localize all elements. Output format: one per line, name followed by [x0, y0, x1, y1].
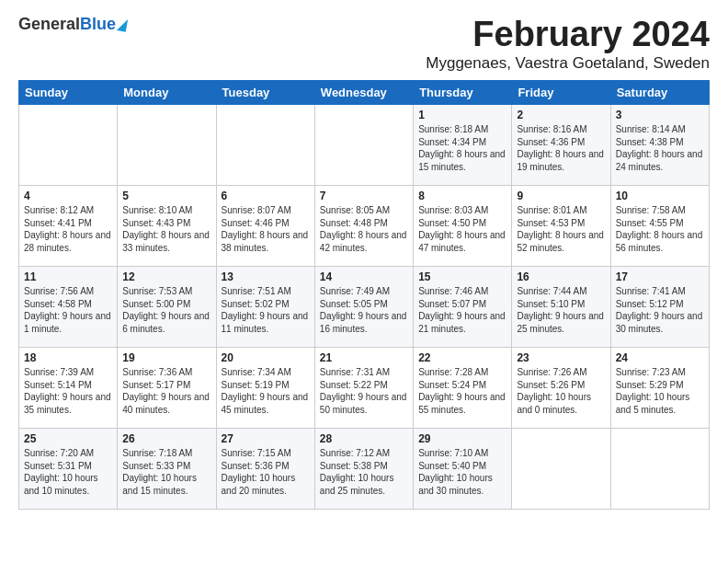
calendar-cell: 7Sunrise: 8:05 AM Sunset: 4:48 PM Daylig… [314, 186, 413, 267]
day-info: Sunrise: 7:39 AM Sunset: 5:14 PM Dayligh… [24, 366, 112, 416]
day-info: Sunrise: 8:05 AM Sunset: 4:48 PM Dayligh… [320, 204, 408, 254]
calendar-cell: 2Sunrise: 8:16 AM Sunset: 4:36 PM Daylig… [512, 105, 610, 186]
day-number: 6 [222, 190, 310, 202]
calendar-cell: 13Sunrise: 7:51 AM Sunset: 5:02 PM Dayli… [216, 267, 314, 348]
calendar-cell: 23Sunrise: 7:26 AM Sunset: 5:26 PM Dayli… [512, 348, 610, 429]
header-day-friday: Friday [512, 81, 610, 105]
week-row-5: 25Sunrise: 7:20 AM Sunset: 5:31 PM Dayli… [19, 429, 710, 510]
day-number: 15 [418, 270, 506, 283]
day-info: Sunrise: 7:20 AM Sunset: 5:31 PM Dayligh… [24, 447, 112, 497]
day-number: 25 [24, 432, 112, 445]
header-day-sunday: Sunday [19, 81, 118, 105]
day-info: Sunrise: 8:03 AM Sunset: 4:50 PM Dayligh… [418, 204, 506, 254]
calendar-cell: 27Sunrise: 7:15 AM Sunset: 5:36 PM Dayli… [216, 429, 314, 510]
calendar-cell: 5Sunrise: 8:10 AM Sunset: 4:43 PM Daylig… [118, 186, 216, 267]
calendar-cell: 22Sunrise: 7:28 AM Sunset: 5:24 PM Dayli… [414, 348, 512, 429]
calendar-cell: 12Sunrise: 7:53 AM Sunset: 5:00 PM Dayli… [118, 267, 216, 348]
logo: GeneralBlue [18, 15, 127, 34]
day-number: 26 [122, 432, 210, 445]
day-info: Sunrise: 7:10 AM Sunset: 5:40 PM Dayligh… [418, 447, 506, 497]
calendar-cell: 29Sunrise: 7:10 AM Sunset: 5:40 PM Dayli… [414, 429, 512, 510]
day-number: 12 [122, 270, 210, 283]
day-info: Sunrise: 7:49 AM Sunset: 5:05 PM Dayligh… [320, 285, 408, 335]
calendar-cell: 3Sunrise: 8:14 AM Sunset: 4:38 PM Daylig… [610, 105, 709, 186]
day-info: Sunrise: 7:36 AM Sunset: 5:17 PM Dayligh… [122, 366, 210, 416]
calendar-cell: 19Sunrise: 7:36 AM Sunset: 5:17 PM Dayli… [118, 348, 216, 429]
day-number: 17 [616, 270, 704, 283]
calendar-cell: 16Sunrise: 7:44 AM Sunset: 5:10 PM Dayli… [512, 267, 610, 348]
header-day-wednesday: Wednesday [314, 81, 413, 105]
day-number: 22 [418, 351, 506, 364]
day-info: Sunrise: 7:56 AM Sunset: 4:58 PM Dayligh… [24, 285, 112, 335]
calendar-cell: 4Sunrise: 8:12 AM Sunset: 4:41 PM Daylig… [19, 186, 118, 267]
day-number: 1 [418, 109, 506, 121]
day-number: 8 [418, 190, 506, 202]
calendar-cell: 11Sunrise: 7:56 AM Sunset: 4:58 PM Dayli… [19, 267, 118, 348]
calendar-cell: 24Sunrise: 7:23 AM Sunset: 5:29 PM Dayli… [610, 348, 709, 429]
day-number: 7 [320, 190, 408, 202]
logo-general: GeneralBlue [18, 15, 116, 34]
calendar-table: SundayMondayTuesdayWednesdayThursdayFrid… [18, 80, 710, 510]
day-number: 27 [222, 432, 310, 445]
calendar-cell: 17Sunrise: 7:41 AM Sunset: 5:12 PM Dayli… [610, 267, 709, 348]
calendar-cell [512, 429, 610, 510]
calendar-cell: 9Sunrise: 8:01 AM Sunset: 4:53 PM Daylig… [512, 186, 610, 267]
page-header: GeneralBlue February 2024 Myggenaes, Vae… [18, 15, 710, 73]
location-subtitle: Myggenaes, Vaestra Goetaland, Sweden [426, 54, 710, 73]
day-info: Sunrise: 7:26 AM Sunset: 5:26 PM Dayligh… [517, 366, 605, 416]
day-number: 23 [517, 351, 605, 364]
title-section: February 2024 Myggenaes, Vaestra Goetala… [426, 15, 710, 73]
day-number: 28 [320, 432, 408, 445]
day-info: Sunrise: 7:44 AM Sunset: 5:10 PM Dayligh… [517, 285, 605, 335]
calendar-cell [314, 105, 413, 186]
calendar-cell: 26Sunrise: 7:18 AM Sunset: 5:33 PM Dayli… [118, 429, 216, 510]
day-number: 11 [24, 270, 112, 283]
calendar-cell [610, 429, 709, 510]
day-number: 21 [320, 351, 408, 364]
header-day-thursday: Thursday [414, 81, 512, 105]
calendar-cell: 1Sunrise: 8:18 AM Sunset: 4:34 PM Daylig… [414, 105, 512, 186]
logo-blue-text: Blue [80, 15, 116, 33]
week-row-3: 11Sunrise: 7:56 AM Sunset: 4:58 PM Dayli… [19, 267, 710, 348]
day-info: Sunrise: 7:12 AM Sunset: 5:38 PM Dayligh… [320, 447, 408, 497]
day-info: Sunrise: 7:18 AM Sunset: 5:33 PM Dayligh… [122, 447, 210, 497]
calendar-cell [19, 105, 118, 186]
day-info: Sunrise: 8:10 AM Sunset: 4:43 PM Dayligh… [122, 204, 210, 254]
day-number: 2 [517, 109, 605, 121]
day-info: Sunrise: 7:58 AM Sunset: 4:55 PM Dayligh… [616, 204, 704, 254]
day-number: 10 [616, 190, 704, 202]
day-number: 18 [24, 351, 112, 364]
logo-arrow-icon [117, 17, 128, 32]
calendar-cell: 15Sunrise: 7:46 AM Sunset: 5:07 PM Dayli… [414, 267, 512, 348]
day-info: Sunrise: 8:18 AM Sunset: 4:34 PM Dayligh… [418, 123, 506, 173]
header-day-saturday: Saturday [610, 81, 709, 105]
day-info: Sunrise: 7:53 AM Sunset: 5:00 PM Dayligh… [122, 285, 210, 335]
day-info: Sunrise: 7:51 AM Sunset: 5:02 PM Dayligh… [222, 285, 310, 335]
day-info: Sunrise: 8:07 AM Sunset: 4:46 PM Dayligh… [222, 204, 310, 254]
calendar-cell [216, 105, 314, 186]
day-number: 4 [24, 190, 112, 202]
day-number: 24 [616, 351, 704, 364]
calendar-header: SundayMondayTuesdayWednesdayThursdayFrid… [19, 81, 710, 105]
day-info: Sunrise: 7:34 AM Sunset: 5:19 PM Dayligh… [222, 366, 310, 416]
day-number: 14 [320, 270, 408, 283]
header-day-monday: Monday [118, 81, 216, 105]
day-number: 5 [122, 190, 210, 202]
calendar-cell: 10Sunrise: 7:58 AM Sunset: 4:55 PM Dayli… [610, 186, 709, 267]
day-info: Sunrise: 8:01 AM Sunset: 4:53 PM Dayligh… [517, 204, 605, 254]
week-row-4: 18Sunrise: 7:39 AM Sunset: 5:14 PM Dayli… [19, 348, 710, 429]
month-year-title: February 2024 [426, 15, 710, 54]
day-info: Sunrise: 7:41 AM Sunset: 5:12 PM Dayligh… [616, 285, 704, 335]
day-info: Sunrise: 7:23 AM Sunset: 5:29 PM Dayligh… [616, 366, 704, 416]
calendar-cell: 8Sunrise: 8:03 AM Sunset: 4:50 PM Daylig… [414, 186, 512, 267]
calendar-body: 1Sunrise: 8:18 AM Sunset: 4:34 PM Daylig… [19, 105, 710, 510]
day-number: 20 [222, 351, 310, 364]
day-number: 3 [616, 109, 704, 121]
day-info: Sunrise: 7:15 AM Sunset: 5:36 PM Dayligh… [222, 447, 310, 497]
calendar-cell: 18Sunrise: 7:39 AM Sunset: 5:14 PM Dayli… [19, 348, 118, 429]
day-number: 16 [517, 270, 605, 283]
day-number: 29 [418, 432, 506, 445]
day-info: Sunrise: 8:14 AM Sunset: 4:38 PM Dayligh… [616, 123, 704, 173]
day-number: 19 [122, 351, 210, 364]
day-info: Sunrise: 8:12 AM Sunset: 4:41 PM Dayligh… [24, 204, 112, 254]
